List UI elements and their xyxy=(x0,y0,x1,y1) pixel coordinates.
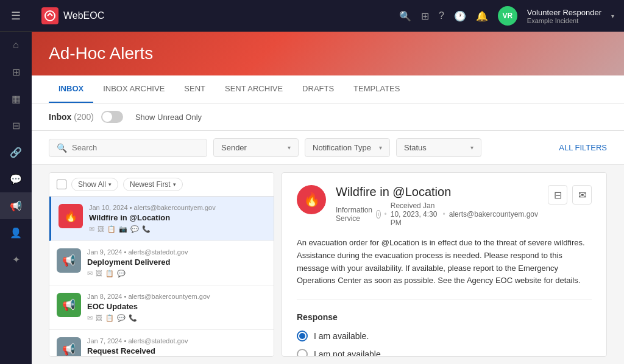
message-type-icon: 📋 xyxy=(105,270,114,278)
show-all-filter[interactable]: Show All ▾ xyxy=(71,178,118,191)
message-body: Jan 7, 2024 • alerts@statedot.gov Reques… xyxy=(87,337,266,357)
search-box[interactable]: 🔍 xyxy=(49,139,207,157)
message-subject: Deployment Delivered xyxy=(87,257,266,267)
show-unread-toggle[interactable] xyxy=(101,111,123,123)
message-meta: Jan 8, 2024 • alerts@bakercountyem.gov xyxy=(87,293,266,300)
message-type-icon: ✉ xyxy=(87,314,93,322)
response-title: Response xyxy=(297,312,592,322)
message-item[interactable]: 📢 Jan 9, 2024 • alerts@statedot.gov Depl… xyxy=(49,241,274,285)
messages-icon: 💬 xyxy=(10,173,22,185)
inbox-toolbar: Inbox (200) Show Unread Only xyxy=(32,103,624,131)
user-dropdown-arrow[interactable]: ▾ xyxy=(611,13,614,19)
sidebar-item-settings[interactable]: ✦ xyxy=(0,246,32,273)
message-subject: EOC Updates xyxy=(87,302,266,311)
message-subject: Wildfire in @Location xyxy=(89,213,266,222)
sidebar-item-dashboard[interactable]: ⊞ xyxy=(0,58,32,85)
not-available-radio[interactable] xyxy=(297,349,308,357)
svg-point-0 xyxy=(45,11,55,21)
message-item[interactable]: 📢 Jan 7, 2024 • alerts@statedot.gov Requ… xyxy=(49,330,274,357)
email-button[interactable]: ✉ xyxy=(572,185,592,205)
message-detail: 🔥 Wildfire in @Location Information Serv… xyxy=(282,172,607,357)
email-icon: ✉ xyxy=(578,189,586,201)
select-all-checkbox[interactable] xyxy=(57,180,66,189)
message-avatar: 📢 xyxy=(57,337,81,357)
app-title: WebEOC xyxy=(63,10,104,21)
sidebar-item-messages[interactable]: 💬 xyxy=(0,166,32,192)
message-type-icon: 📷 xyxy=(119,225,127,233)
sidebar-menu-button[interactable]: ☰ xyxy=(0,0,32,32)
message-avatar: 📢 xyxy=(57,293,81,317)
tab-templates[interactable]: TEMPLATES xyxy=(344,75,410,103)
available-radio-fill xyxy=(299,333,305,339)
message-type-icon: 📋 xyxy=(107,225,116,233)
tab-sent-archive[interactable]: SENT ARCHIVE xyxy=(215,75,292,103)
message-icons: ✉🖼📋📷💬📞 xyxy=(89,225,266,233)
archive-button[interactable]: ⊟ xyxy=(548,185,567,205)
message-item[interactable]: 🔥 Jan 10, 2024 • alerts@bakercountyem.go… xyxy=(49,197,274,241)
message-item[interactable]: 📢 Jan 8, 2024 • alerts@bakercountyem.gov… xyxy=(49,285,274,330)
settings-icon: ✦ xyxy=(12,254,20,265)
search-input[interactable] xyxy=(72,143,199,152)
help-icon[interactable]: ? xyxy=(439,10,444,21)
detail-actions: ⊟ ✉ xyxy=(548,185,592,205)
sidebar-item-grid[interactable]: ⊟ xyxy=(0,112,32,139)
detail-title: Wildfire in @Location Information Servic… xyxy=(336,185,538,227)
user-info: Volunteer Responder Example Incident xyxy=(527,8,601,24)
not-available-option[interactable]: I am not available. xyxy=(297,349,592,357)
message-icons: ✉🖼📋💬 xyxy=(87,270,266,278)
toggle-thumb xyxy=(102,112,112,122)
tab-sent[interactable]: SENT xyxy=(174,75,215,103)
newest-first-filter[interactable]: Newest First ▾ xyxy=(123,178,183,191)
detail-subject: Wildfire in @Location xyxy=(336,185,538,199)
sidebar-item-contacts[interactable]: 👤 xyxy=(0,219,32,246)
detail-avatar: 🔥 xyxy=(297,185,326,214)
app-logo: WebEOC xyxy=(41,7,104,24)
available-option[interactable]: I am available. xyxy=(297,331,592,341)
clock-icon[interactable]: 🕐 xyxy=(454,10,466,22)
detail-header: 🔥 Wildfire in @Location Information Serv… xyxy=(297,185,592,227)
bell-icon[interactable]: 🔔 xyxy=(476,10,488,22)
user-avatar[interactable]: VR xyxy=(498,6,517,26)
sidebar-item-link[interactable]: 🔗 xyxy=(0,139,32,166)
message-type-icon: 📞 xyxy=(129,314,137,322)
sidebar-item-boards[interactable]: ▦ xyxy=(0,85,32,112)
expand-icon[interactable]: ⊞ xyxy=(421,10,429,22)
message-type-icon: 🖼 xyxy=(96,270,102,278)
tab-inbox-archive[interactable]: INBOX ARCHIVE xyxy=(93,75,174,103)
nav-icons: 🔍 ⊞ ? 🕐 🔔 VR Volunteer Responder Example… xyxy=(399,6,614,26)
status-filter[interactable]: Status ▾ xyxy=(396,138,481,157)
all-filters-button[interactable]: ALL FILTERS xyxy=(559,143,607,152)
dashboard-icon: ⊞ xyxy=(12,66,20,78)
search-icon: 🔍 xyxy=(57,143,67,153)
message-type-icon: 💬 xyxy=(130,225,139,233)
grid-icon: ⊟ xyxy=(12,120,20,131)
main-content: WebEOC 🔍 ⊞ ? 🕐 🔔 VR Volunteer Responder … xyxy=(32,0,624,364)
notification-type-filter[interactable]: Notification Type ▾ xyxy=(305,138,390,157)
message-body: Jan 10, 2024 • alerts@bakercountyem.gov … xyxy=(89,204,266,233)
link-icon: 🔗 xyxy=(10,147,22,158)
tab-drafts[interactable]: DRAFTS xyxy=(292,75,344,103)
inbox-label: Inbox (200) xyxy=(49,112,94,122)
sidebar-item-home[interactable]: ⌂ xyxy=(0,32,32,58)
page-title: Ad-Hoc Alerts xyxy=(49,44,607,63)
show-unread-label: Show Unread Only xyxy=(135,113,202,122)
home-icon: ⌂ xyxy=(13,40,19,51)
search-nav-icon[interactable]: 🔍 xyxy=(399,10,411,22)
sender-filter[interactable]: Sender ▾ xyxy=(213,138,299,157)
message-meta: Jan 7, 2024 • alerts@statedot.gov xyxy=(87,337,266,345)
message-list: Show All ▾ Newest First ▾ 🔥 Jan 10, 2024… xyxy=(49,172,274,357)
message-type-icon: 📞 xyxy=(142,225,151,233)
message-body: Jan 9, 2024 • alerts@statedot.gov Deploy… xyxy=(87,248,266,278)
boards-icon: ▦ xyxy=(12,93,21,105)
available-radio[interactable] xyxy=(297,331,308,341)
status-filter-arrow: ▾ xyxy=(470,144,473,151)
sidebar-item-alerts[interactable]: 📢 xyxy=(0,192,32,219)
newest-first-arrow: ▾ xyxy=(173,181,176,187)
detail-meta: Information Service i • Received Jan 10,… xyxy=(336,201,538,227)
inbox-count: (200) xyxy=(74,112,94,122)
top-navigation: WebEOC 🔍 ⊞ ? 🕐 🔔 VR Volunteer Responder … xyxy=(32,0,624,32)
message-body: Jan 8, 2024 • alerts@bakercountyem.gov E… xyxy=(87,293,266,322)
tab-inbox[interactable]: INBOX xyxy=(49,75,93,103)
page-header: Ad-Hoc Alerts xyxy=(32,32,624,75)
message-avatar: 🔥 xyxy=(58,204,83,228)
